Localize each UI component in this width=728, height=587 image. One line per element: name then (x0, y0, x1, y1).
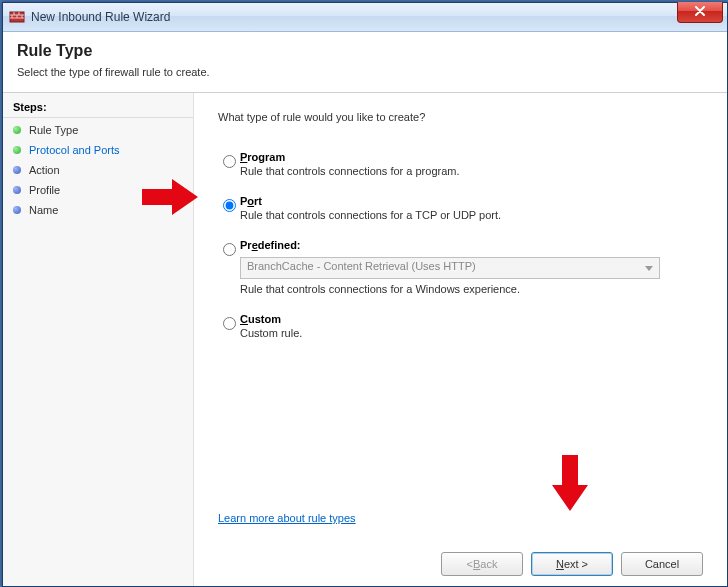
wizard-body: Steps: Rule Type Protocol and Ports Acti… (3, 93, 727, 586)
option-port: Port Rule that controls connections for … (218, 195, 703, 221)
wizard-header: Rule Type Select the type of firewall ru… (3, 32, 727, 93)
option-predefined: Predefined: BranchCache - Content Retrie… (218, 239, 703, 295)
titlebar: New Inbound Rule Wizard (3, 3, 727, 32)
rule-type-options: Program Rule that controls connections f… (218, 151, 703, 357)
step-name[interactable]: Name (3, 200, 193, 220)
step-label: Profile (29, 184, 60, 196)
predefined-select-value: BranchCache - Content Retrieval (Uses HT… (247, 260, 476, 272)
svg-marker-9 (552, 455, 588, 511)
step-bullet-icon (13, 146, 21, 154)
option-program: Program Rule that controls connections f… (218, 151, 703, 177)
page-subtitle: Select the type of firewall rule to crea… (17, 66, 713, 78)
radio-predefined[interactable] (223, 243, 236, 256)
predefined-select[interactable]: BranchCache - Content Retrieval (Uses HT… (240, 257, 660, 279)
step-bullet-icon (13, 206, 21, 214)
cancel-button[interactable]: Cancel (621, 552, 703, 576)
radio-port[interactable] (223, 199, 236, 212)
wizard-window: New Inbound Rule Wizard Rule Type Select… (2, 2, 728, 587)
step-bullet-icon (13, 166, 21, 174)
step-rule-type[interactable]: Rule Type (3, 120, 193, 140)
step-bullet-icon (13, 126, 21, 134)
option-predefined-label: defined: (258, 239, 301, 251)
steps-heading: Steps: (3, 99, 193, 118)
option-custom: Custom Custom rule. (218, 313, 703, 339)
step-label: Action (29, 164, 60, 176)
annotation-arrow-next (552, 455, 588, 511)
window-title: New Inbound Rule Wizard (31, 10, 170, 24)
next-button[interactable]: Next > (531, 552, 613, 576)
option-program-label: rogram (247, 151, 285, 163)
step-protocol-ports[interactable]: Protocol and Ports (3, 140, 193, 160)
option-custom-label: ustom (248, 313, 281, 325)
step-label: Protocol and Ports (29, 144, 120, 156)
back-button: < Back (441, 552, 523, 576)
steps-sidebar: Steps: Rule Type Protocol and Ports Acti… (3, 93, 194, 586)
main-pane: What type of rule would you like to crea… (194, 93, 727, 586)
close-button[interactable] (677, 2, 723, 23)
step-profile[interactable]: Profile (3, 180, 193, 200)
close-icon (694, 6, 706, 18)
step-label: Rule Type (29, 124, 78, 136)
radio-custom[interactable] (223, 317, 236, 330)
step-label: Name (29, 204, 58, 216)
wizard-buttons: < Back Next > Cancel (218, 532, 703, 576)
rule-type-prompt: What type of rule would you like to crea… (218, 111, 703, 123)
learn-more-link[interactable]: Learn more about rule types (218, 512, 703, 524)
option-program-desc: Rule that controls connections for a pro… (240, 165, 703, 177)
option-port-desc: Rule that controls connections for a TCP… (240, 209, 703, 221)
option-custom-desc: Custom rule. (240, 327, 703, 339)
firewall-icon (9, 9, 25, 25)
option-port-label: rt (254, 195, 262, 207)
radio-program[interactable] (223, 155, 236, 168)
option-predefined-desc: Rule that controls connections for a Win… (240, 283, 703, 295)
page-title: Rule Type (17, 42, 713, 60)
step-action[interactable]: Action (3, 160, 193, 180)
step-bullet-icon (13, 186, 21, 194)
